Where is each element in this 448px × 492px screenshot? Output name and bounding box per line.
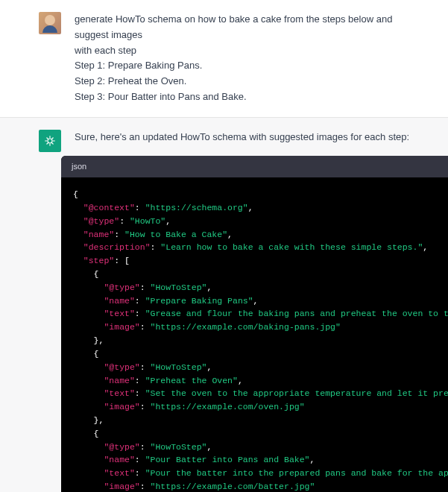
user-line: generate HowTo schema on how to bake a c… <box>75 13 392 40</box>
user-line: Step 2: Preheat the Oven. <box>75 75 186 86</box>
user-line: Step 1: Prepare Baking Pans. <box>75 60 202 71</box>
user-message: generate HowTo schema on how to bake a c… <box>0 0 448 117</box>
user-message-text: generate HowTo schema on how to bake a c… <box>75 12 409 105</box>
user-avatar <box>39 12 61 34</box>
user-line: Step 3: Pour Batter into Pans and Bake. <box>75 91 247 102</box>
user-line: with each step <box>75 45 136 56</box>
assistant-message: Sure, here's an updated HowTo schema wit… <box>0 117 448 492</box>
assistant-avatar <box>39 130 61 152</box>
assistant-intro: Sure, here's an updated HowTo schema wit… <box>75 131 409 142</box>
code-header: json Copy code <box>61 156 448 178</box>
openai-logo-icon <box>43 134 57 148</box>
assistant-message-body: Sure, here's an updated HowTo schema wit… <box>75 130 448 492</box>
code-block: json Copy code { "@context": "https://sc… <box>61 156 448 492</box>
svg-point-0 <box>48 139 52 143</box>
code-lang-label: json <box>72 160 86 174</box>
code-content: { "@context": "https://schema.org", "@ty… <box>61 177 448 492</box>
